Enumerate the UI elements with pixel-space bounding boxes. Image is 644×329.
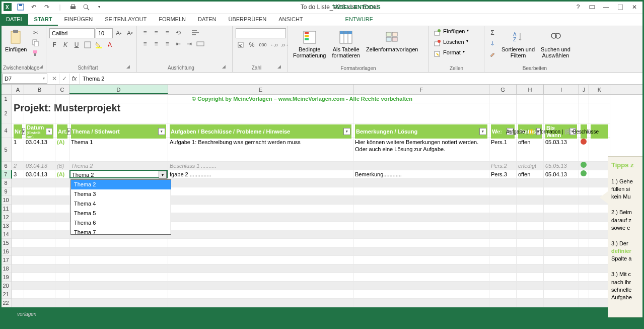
cell[interactable] (544, 230, 579, 239)
cell[interactable] (544, 103, 579, 123)
date-cell[interactable]: 03.04.13 (24, 162, 55, 170)
close-icon[interactable]: ✕ (628, 2, 641, 13)
who-cell[interactable]: Pers.2 (489, 162, 517, 170)
cell[interactable] (589, 95, 610, 103)
minimize-icon[interactable]: — (600, 2, 613, 13)
row-header[interactable]: 13 (0, 222, 12, 230)
bold-button[interactable]: F (49, 40, 59, 49)
cell[interactable] (589, 299, 610, 307)
row-header[interactable]: 21 (0, 290, 12, 299)
redo-icon[interactable]: ↷ (41, 2, 52, 13)
tab-start[interactable]: START (28, 14, 58, 26)
cell[interactable] (69, 282, 168, 290)
shrink-font-icon[interactable]: A▾ (125, 29, 135, 38)
align-top-icon[interactable]: ≡ (140, 28, 150, 37)
cell[interactable] (517, 213, 544, 222)
cell[interactable] (55, 103, 69, 123)
align-center-icon[interactable]: ≡ (151, 39, 161, 48)
align-left-icon[interactable]: ≡ (140, 39, 150, 48)
tab-seitenlayout[interactable]: SEITENLAYOUT (99, 14, 153, 26)
cell-styles-button[interactable]: Zellenformatvorlagen (364, 28, 420, 53)
cell[interactable] (69, 273, 168, 282)
cell[interactable] (55, 299, 69, 307)
tab-ansicht[interactable]: ANSICHT (272, 14, 309, 26)
task-cell[interactable]: Aufgabe 1: Beschreibung was gemacht werd… (168, 138, 353, 162)
row-header[interactable]: 15 (0, 239, 12, 247)
insert-function-icon[interactable]: fx (69, 74, 80, 84)
table-header[interactable]: Aufgaben / Beschlüsse / Probleme / Hinwe… (168, 123, 353, 138)
dropdown-item[interactable]: Thema 7 (71, 228, 171, 235)
cell[interactable] (489, 265, 517, 273)
cell[interactable] (55, 205, 69, 213)
cell[interactable] (24, 179, 55, 187)
table-header[interactable]: Datum(Erstellt am)▾ (24, 123, 55, 138)
cell[interactable] (579, 103, 589, 123)
dropdown-item[interactable]: Thema 3 (71, 189, 171, 199)
tab-überprüfen[interactable]: ÜBERPRÜFEN (222, 14, 272, 26)
cell[interactable] (489, 222, 517, 230)
cell[interactable] (544, 299, 579, 307)
cell[interactable] (517, 230, 544, 239)
cell[interactable] (12, 290, 24, 299)
cell[interactable] (589, 213, 610, 222)
nr-cell[interactable]: 1 (12, 138, 24, 162)
cell[interactable] (55, 187, 69, 196)
wrap-text-icon[interactable] (190, 28, 200, 37)
row-header[interactable]: 22 (0, 299, 12, 307)
cell[interactable] (489, 256, 517, 265)
cell[interactable] (517, 239, 544, 247)
cell[interactable] (55, 265, 69, 273)
cell[interactable] (55, 222, 69, 230)
cell[interactable] (24, 256, 55, 265)
cell[interactable] (168, 230, 353, 239)
clipboard-launcher-icon[interactable]: ◢ (39, 64, 43, 71)
cell[interactable] (168, 239, 353, 247)
cell[interactable] (517, 95, 544, 103)
cell[interactable] (517, 273, 544, 282)
cell[interactable] (579, 179, 589, 187)
save-icon[interactable] (15, 2, 26, 13)
comma-icon[interactable]: 000 (258, 40, 268, 49)
tab-file[interactable]: DATEI (0, 14, 28, 26)
column-header-A[interactable]: A (12, 85, 24, 94)
merge-icon[interactable] (195, 39, 205, 48)
remark-cell[interactable] (353, 162, 489, 170)
cell[interactable] (168, 247, 353, 256)
cell[interactable] (353, 282, 489, 290)
cell[interactable] (544, 247, 579, 256)
cell[interactable] (589, 205, 610, 213)
cell[interactable] (489, 95, 517, 103)
cell[interactable] (579, 265, 589, 273)
cell[interactable] (24, 247, 55, 256)
tab-entwurf[interactable]: ENTWURF (339, 14, 379, 26)
fill-color-icon[interactable] (94, 40, 104, 49)
cell[interactable] (55, 196, 69, 205)
cell[interactable] (489, 213, 517, 222)
cell[interactable] (589, 179, 610, 187)
cell[interactable] (168, 265, 353, 273)
dropdown-item[interactable]: Thema 6 (71, 218, 171, 228)
font-name-select[interactable] (49, 28, 95, 38)
row-header[interactable]: 16 (0, 247, 12, 256)
format-as-table-button[interactable]: Als Tabelle formatieren (330, 28, 362, 59)
cell[interactable] (168, 213, 353, 222)
cell[interactable] (168, 179, 353, 187)
cell[interactable] (24, 205, 55, 213)
cell[interactable] (168, 273, 353, 282)
font-color-icon[interactable]: A (105, 40, 115, 49)
number-launcher-icon[interactable]: ◢ (277, 64, 284, 71)
cell[interactable] (579, 205, 589, 213)
cell[interactable] (69, 299, 168, 307)
cell[interactable] (517, 103, 544, 123)
cell[interactable] (544, 282, 579, 290)
cell[interactable] (12, 196, 24, 205)
cell[interactable] (12, 187, 24, 196)
cell[interactable] (55, 213, 69, 222)
cell[interactable] (489, 179, 517, 187)
cell[interactable] (517, 299, 544, 307)
column-header-C[interactable]: C (55, 85, 69, 94)
column-header-E[interactable]: E (168, 85, 353, 94)
cell[interactable] (579, 290, 589, 299)
cell[interactable] (12, 282, 24, 290)
cell[interactable] (353, 230, 489, 239)
